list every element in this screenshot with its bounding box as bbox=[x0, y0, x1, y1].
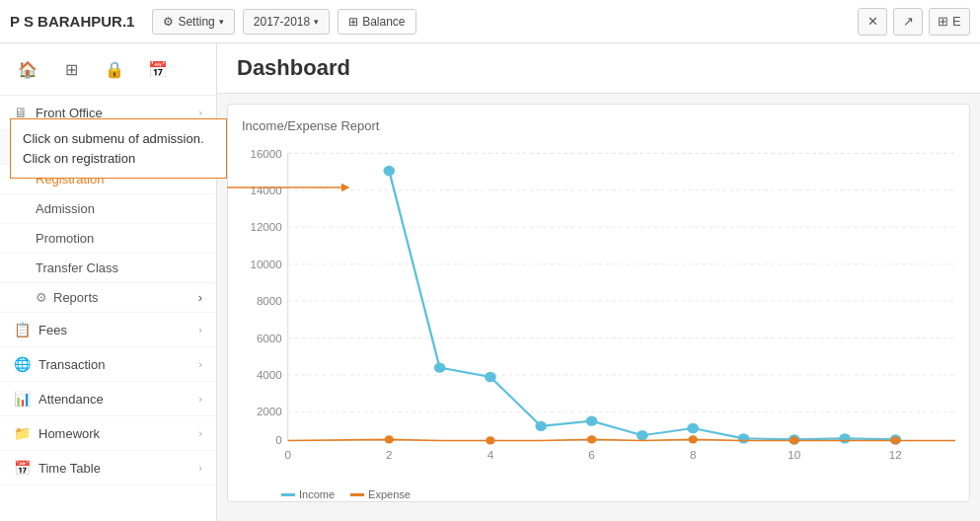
timetable-label: Time Table bbox=[38, 461, 101, 476]
sidebar-item-timetable[interactable]: 📅 Time Table › bbox=[0, 451, 216, 485]
svg-text:12: 12 bbox=[889, 450, 902, 461]
year-label: 2017-2018 bbox=[254, 15, 310, 29]
sidebar-item-transaction[interactable]: 🌐 Transaction › bbox=[0, 347, 216, 382]
calendar-nav-icon[interactable]: 📅 bbox=[142, 53, 174, 85]
setting-label: Setting bbox=[178, 15, 214, 29]
legend-expense: Expense bbox=[350, 488, 411, 500]
svg-point-30 bbox=[586, 415, 598, 425]
chart-legend: Income Expense bbox=[242, 488, 955, 500]
sidebar: 🏠 ⊞ 🔒 📅 🖥 Front Office › 🎓 Admission bbox=[0, 43, 217, 521]
fullscreen-icon[interactable]: ✕ bbox=[858, 8, 887, 36]
dashboard-title: Dashboard bbox=[237, 55, 350, 81]
promotion-label: Promotion bbox=[36, 231, 94, 246]
top-bar-actions: ✕ ↗ ⊞ E bbox=[858, 8, 970, 36]
year-caret: ▾ bbox=[314, 17, 319, 27]
svg-point-41 bbox=[790, 436, 798, 444]
fees-label: Fees bbox=[38, 323, 67, 337]
svg-point-26 bbox=[383, 166, 395, 176]
svg-point-33 bbox=[738, 433, 750, 443]
svg-text:10000: 10000 bbox=[250, 259, 281, 269]
legend-income-color bbox=[281, 493, 295, 496]
reports-label: Reports bbox=[53, 290, 99, 305]
svg-point-39 bbox=[587, 435, 596, 443]
fees-chevron: › bbox=[198, 324, 202, 335]
main-layout: 🏠 ⊞ 🔒 📅 🖥 Front Office › 🎓 Admission bbox=[0, 43, 980, 521]
svg-text:14000: 14000 bbox=[250, 186, 281, 196]
svg-text:8000: 8000 bbox=[257, 296, 282, 307]
icon-nav: 🏠 ⊞ 🔒 📅 bbox=[0, 43, 216, 96]
svg-point-38 bbox=[486, 436, 494, 444]
setting-icon: ⚙ bbox=[163, 15, 174, 29]
front-office-chevron: › bbox=[198, 107, 202, 118]
attendance-icon: 📊 bbox=[14, 391, 31, 407]
legend-income-label: Income bbox=[299, 488, 335, 500]
legend-income: Income bbox=[281, 488, 335, 500]
reports-chevron: › bbox=[198, 290, 202, 305]
svg-text:6: 6 bbox=[588, 450, 594, 461]
sub-admission-label: Admission bbox=[36, 201, 95, 216]
balance-icon: ⊞ bbox=[348, 15, 358, 29]
transaction-chevron: › bbox=[198, 358, 202, 370]
svg-text:6000: 6000 bbox=[257, 333, 282, 343]
svg-text:4000: 4000 bbox=[257, 370, 282, 381]
submenu-admission[interactable]: Admission bbox=[0, 194, 216, 224]
chart-container: Income/Expense Report 16000 bbox=[227, 104, 970, 502]
submenu-reports[interactable]: ⚙ Reports › bbox=[0, 283, 216, 313]
chart-svg: 16000 14000 12000 10000 8000 6000 4000 2… bbox=[242, 143, 955, 482]
svg-point-42 bbox=[891, 436, 900, 444]
fees-icon: 📋 bbox=[14, 322, 31, 337]
annotation-text: Click on submenu of admission.Click on r… bbox=[23, 131, 204, 166]
homework-label: Homework bbox=[38, 426, 100, 441]
balance-button[interactable]: ⊞ Balance bbox=[338, 9, 415, 35]
sidebar-item-homework[interactable]: 📁 Homework › bbox=[0, 416, 216, 451]
svg-point-37 bbox=[385, 435, 394, 443]
submenu-transfer-class[interactable]: Transfer Class bbox=[0, 254, 216, 283]
svg-text:2000: 2000 bbox=[257, 407, 282, 417]
homework-chevron: › bbox=[198, 427, 202, 439]
expand-icon[interactable]: ↗ bbox=[893, 8, 923, 36]
setting-button[interactable]: ⚙ Setting ▾ bbox=[152, 9, 234, 35]
content-area: Dashboard Income/Expense Report bbox=[217, 43, 980, 521]
transfer-class-label: Transfer Class bbox=[36, 260, 118, 275]
svg-point-27 bbox=[434, 362, 446, 372]
svg-text:0: 0 bbox=[284, 450, 290, 461]
svg-text:12000: 12000 bbox=[250, 222, 281, 233]
legend-expense-color bbox=[350, 493, 364, 496]
svg-point-40 bbox=[688, 435, 697, 443]
svg-point-35 bbox=[839, 433, 851, 443]
attendance-label: Attendance bbox=[38, 392, 104, 407]
home-nav-icon[interactable]: 🏠 bbox=[12, 53, 43, 85]
dashboard-header: Dashboard bbox=[217, 43, 980, 94]
reports-icon: ⚙ bbox=[36, 290, 47, 305]
sidebar-item-attendance[interactable]: 📊 Attendance › bbox=[0, 382, 216, 416]
balance-label: Balance bbox=[362, 15, 405, 29]
homework-icon: 📁 bbox=[14, 425, 31, 441]
submenu-promotion[interactable]: Promotion bbox=[0, 224, 216, 254]
svg-text:2: 2 bbox=[386, 450, 392, 461]
setting-caret: ▾ bbox=[219, 17, 224, 27]
grid-nav-icon[interactable]: ⊞ bbox=[55, 53, 87, 85]
svg-text:8: 8 bbox=[690, 450, 696, 461]
transaction-label: Transaction bbox=[38, 357, 105, 372]
svg-point-31 bbox=[637, 430, 648, 440]
timetable-chevron: › bbox=[198, 462, 202, 474]
sidebar-item-fees[interactable]: 📋 Fees › bbox=[0, 313, 216, 347]
extra-icon[interactable]: ⊞ E bbox=[929, 8, 970, 36]
year-button[interactable]: 2017-2018 ▾ bbox=[243, 9, 330, 35]
annotation-box: Click on submenu of admission.Click on r… bbox=[10, 118, 227, 179]
svg-point-29 bbox=[535, 421, 547, 431]
svg-text:4: 4 bbox=[488, 450, 493, 461]
svg-point-32 bbox=[687, 423, 699, 433]
svg-text:16000: 16000 bbox=[250, 148, 281, 159]
svg-text:0: 0 bbox=[275, 434, 281, 445]
chart-title: Income/Expense Report bbox=[242, 118, 955, 133]
top-bar: P S BARAHPUR.1 ⚙ Setting ▾ 2017-2018 ▾ ⊞… bbox=[0, 0, 980, 43]
timetable-icon: 📅 bbox=[14, 460, 31, 476]
attendance-chevron: › bbox=[198, 393, 202, 405]
svg-text:10: 10 bbox=[788, 450, 800, 461]
transaction-icon: 🌐 bbox=[14, 356, 31, 372]
legend-expense-label: Expense bbox=[368, 488, 411, 500]
svg-point-28 bbox=[485, 372, 496, 382]
lock-nav-icon[interactable]: 🔒 bbox=[99, 53, 130, 85]
school-name: P S BARAHPUR.1 bbox=[10, 13, 134, 30]
